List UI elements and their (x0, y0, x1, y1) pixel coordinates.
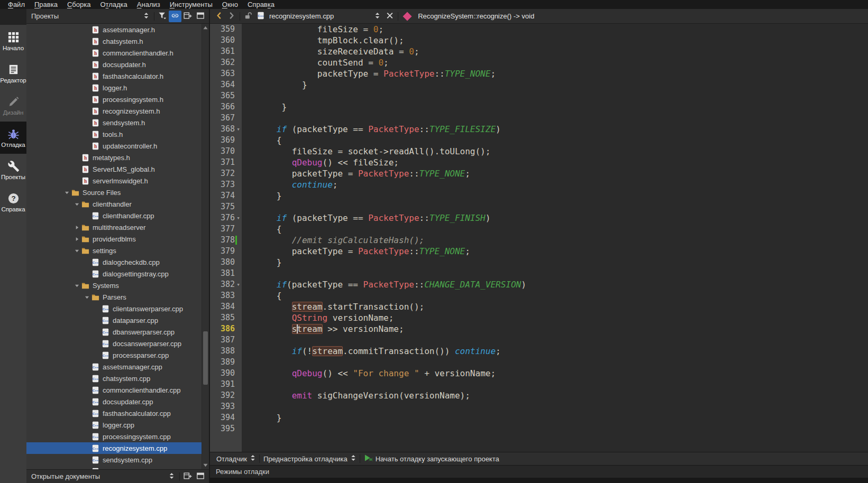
tree-scrollbar[interactable] (202, 24, 209, 469)
menu-item-5[interactable]: Инструменты (165, 0, 217, 9)
code-line-393[interactable]: 393 (210, 401, 868, 412)
code-line-360[interactable]: 360 tmpBlock.clear(); (210, 35, 868, 46)
expand-closed-icon[interactable] (72, 237, 81, 242)
fold-marker-icon[interactable]: ▾ (235, 124, 242, 135)
menu-item-2[interactable]: Сборка (62, 0, 96, 9)
start-debugging-button[interactable]: Начать отладку запускающего проекта (362, 454, 499, 463)
tree-item-logger.cpp[interactable]: C++logger.cpp (26, 419, 202, 431)
tree-item-processparser.cpp[interactable]: C++processparser.cpp (26, 349, 202, 361)
tree-item-docsanswerparser.cpp[interactable]: C++docsanswerparser.cpp (26, 338, 202, 349)
filter-button[interactable] (156, 11, 169, 22)
mode-item-отладка[interactable]: Отладка (0, 122, 26, 154)
mode-item-дизайн[interactable]: Дизайн (0, 89, 26, 122)
code-line-377[interactable]: 377 { (210, 224, 868, 235)
code-line-383[interactable]: 383 { (210, 290, 868, 301)
menu-item-7[interactable]: Справка (243, 0, 279, 9)
code-line-390[interactable]: 390 qDebug() << "For change " + versionN… (210, 368, 868, 379)
current-symbol[interactable]: RecognizeSystem::recognize() -> void (418, 12, 534, 20)
line-number[interactable]: 392 (210, 390, 242, 401)
fold-marker-icon[interactable]: ▾ (235, 212, 242, 224)
open-docs-split-button[interactable] (181, 471, 194, 482)
line-number[interactable]: 387 (210, 335, 242, 346)
tree-item-providerdblms[interactable]: providerdblms (26, 233, 202, 245)
tree-item-processingsystem.h[interactable]: hprocessingsystem.h (26, 94, 202, 105)
line-number[interactable]: 375 (210, 201, 242, 212)
menu-item-6[interactable]: Окно (217, 0, 243, 9)
tree-item-Systems[interactable]: Systems (26, 280, 202, 291)
line-number[interactable]: 376▾ (210, 212, 242, 224)
line-number[interactable]: 362 (210, 57, 242, 68)
tree-item-clientanswerparser.cpp[interactable]: C++clientanswerparser.cpp (26, 303, 202, 314)
code-line-367[interactable]: 367 (210, 113, 868, 124)
line-number[interactable]: 382▾ (210, 279, 242, 290)
split-panel-button[interactable] (181, 11, 194, 22)
line-number[interactable]: 380 (210, 257, 242, 268)
code-line-370[interactable]: 370 fileSize = socket->readAll().toULong… (210, 146, 868, 157)
tree-item-dataparser.cpp[interactable]: C++dataparser.cpp (26, 314, 202, 326)
debugger-preset-combo[interactable]: Преднастройка отладчика (261, 454, 358, 463)
debugger-combo[interactable]: Отладчик (214, 454, 258, 463)
line-number[interactable]: 359 (210, 24, 242, 35)
line-number[interactable]: 372 (210, 168, 242, 179)
tree-item-clienthandler[interactable]: clienthandler (26, 198, 202, 210)
tree-item-updatecontroller.h[interactable]: hupdatecontroller.h (26, 140, 202, 152)
scroll-up-icon[interactable] (202, 24, 209, 31)
tree-item-Parsers[interactable]: Parsers (26, 291, 202, 303)
mode-item-редактор[interactable]: Редактор (0, 57, 26, 89)
code-line-365[interactable]: 365 (210, 90, 868, 101)
open-file-name[interactable]: recognizesystem.cpp (269, 12, 334, 20)
code-line-388[interactable]: 388 if(!stream.commitTransaction()) cont… (210, 346, 868, 357)
line-number[interactable]: 388 (210, 346, 242, 357)
line-number[interactable]: 377 (210, 224, 242, 235)
panel-combo-button[interactable] (140, 11, 152, 22)
mode-item-начало[interactable]: Начало (0, 25, 26, 57)
tree-item-commonclienthandler.cpp[interactable]: C++commonclienthandler.cpp (26, 384, 202, 396)
tree-item-recognizesystem.cpp[interactable]: C++recognizesystem.cpp (26, 442, 202, 454)
line-number[interactable]: 367 (210, 113, 242, 124)
sync-with-editor-button[interactable] (169, 11, 181, 22)
close-panel-button[interactable] (194, 11, 207, 22)
mode-item-справка[interactable]: ?Справка (0, 186, 26, 218)
code-line-386[interactable]: 386 stream >> versionName; (210, 323, 868, 335)
menu-item-1[interactable]: Правка (30, 0, 62, 9)
line-number[interactable]: 383 (210, 290, 242, 301)
line-number[interactable]: 384 (210, 301, 242, 312)
code-line-378[interactable]: 378 //emit sigCalculateHash(); (210, 235, 868, 246)
line-number[interactable]: 370 (210, 146, 242, 157)
expand-open-icon[interactable] (72, 248, 81, 253)
tree-item-settings[interactable]: settings (26, 245, 202, 256)
forward-button[interactable] (225, 11, 238, 22)
tree-item-chatsystem.h[interactable]: hchatsystem.h (26, 35, 202, 47)
code-line-389[interactable]: 389 (210, 357, 868, 368)
line-number[interactable]: 366 (210, 101, 242, 113)
code-line-361[interactable]: 361 sizeReceiveData = 0; (210, 46, 868, 57)
menu-item-4[interactable]: Анализ (132, 0, 165, 9)
expand-open-icon[interactable] (83, 295, 91, 300)
line-number[interactable]: 361 (210, 46, 242, 57)
code-line-387[interactable]: 387 (210, 335, 868, 346)
tree-item-dialogsettingstray.cpp[interactable]: C++dialogsettingstray.cpp (26, 268, 202, 280)
code-line-376[interactable]: 376▾ if (packetType == PacketType::TYPE_… (210, 212, 868, 224)
tree-item-commonclienthandler.h[interactable]: hcommonclienthandler.h (26, 47, 202, 59)
code-line-373[interactable]: 373 continue; (210, 179, 868, 190)
tree-item-docsupdater.h[interactable]: hdocsupdater.h (26, 59, 202, 70)
tree-item-tools.cpp[interactable]: C++tools.cpp (26, 466, 202, 469)
tree-item-metatypes.h[interactable]: hmetatypes.h (26, 152, 202, 163)
line-number[interactable]: 374 (210, 190, 242, 201)
code-line-366[interactable]: 366 } (210, 101, 868, 113)
line-number[interactable]: 389 (210, 357, 242, 368)
tree-item-assetsmanager.h[interactable]: hassetsmanager.h (26, 24, 202, 35)
fold-marker-icon[interactable]: ▾ (235, 279, 242, 290)
tree-item-multithreadserver[interactable]: multithreadserver (26, 221, 202, 233)
open-docs-close-button[interactable] (194, 471, 207, 482)
expand-closed-icon[interactable] (72, 225, 81, 230)
line-number[interactable]: 360 (210, 35, 242, 46)
code-line-391[interactable]: 391 (210, 379, 868, 390)
line-number[interactable]: 391 (210, 379, 242, 390)
code-line-394[interactable]: 394 } (210, 412, 868, 423)
line-number[interactable]: 371 (210, 157, 242, 168)
mode-item-проекты[interactable]: Проекты (0, 154, 26, 186)
expand-open-icon[interactable] (72, 202, 81, 207)
scrollbar-thumb[interactable] (203, 331, 208, 385)
expand-open-icon[interactable] (72, 283, 81, 288)
